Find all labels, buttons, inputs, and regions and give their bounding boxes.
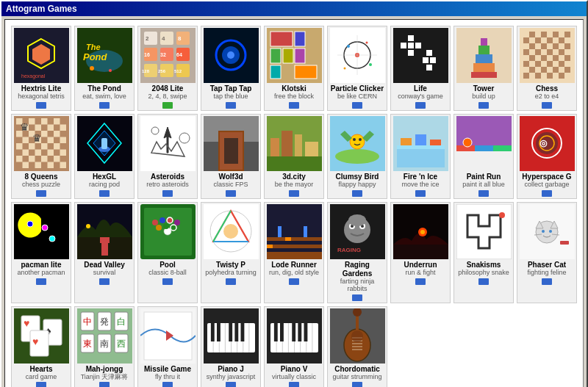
svg-rect-62 <box>473 63 495 72</box>
svg-text:南: 南 <box>100 339 109 349</box>
game-thumb-clumsy <box>330 116 385 171</box>
svg-rect-65 <box>481 38 487 46</box>
svg-rect-283 <box>292 323 295 341</box>
svg-rect-84 <box>529 55 535 61</box>
game-card-pianob[interactable]: Piano Vvirtually classic <box>264 306 324 387</box>
svg-text:The: The <box>86 43 101 51</box>
game-card-chord[interactable]: Chordomaticguitar strumming <box>327 306 387 387</box>
game-card-pacman[interactable]: pacman liteanother pacman <box>11 202 71 303</box>
game-card-firenice[interactable]: Fire 'n Icemove the ice <box>390 114 451 199</box>
game-thumb-taptap <box>204 28 259 83</box>
game-card-hypspace[interactable]: ◎Hyperspace Gcollect garbage <box>517 114 577 199</box>
svg-text:2: 2 <box>146 35 149 42</box>
svg-point-231 <box>549 230 552 233</box>
game-thumb-hextris: hexagonal <box>14 28 69 83</box>
svg-point-49 <box>343 68 345 70</box>
game-subtitle-hearts: card game <box>26 374 57 381</box>
svg-text:256: 256 <box>158 69 166 73</box>
game-badge-klotski <box>289 102 299 109</box>
svg-point-8 <box>90 66 94 70</box>
svg-text:Pond: Pond <box>83 51 108 62</box>
game-card-particle[interactable]: Particle Clickerbe like CERN <box>327 26 387 111</box>
game-badge-tower <box>478 102 489 109</box>
svg-rect-285 <box>304 323 307 341</box>
game-card-pianoj[interactable]: Piano Jsynthy javascript <box>201 306 261 387</box>
game-card-taptap[interactable]: Tap Tap Taptap the blue <box>201 26 261 111</box>
svg-rect-139 <box>101 138 107 149</box>
svg-rect-77 <box>541 43 547 49</box>
svg-rect-204 <box>267 252 322 259</box>
svg-rect-94 <box>553 67 559 73</box>
game-subtitle-paintrun: paint it all blue <box>462 181 505 189</box>
game-card-twisty[interactable]: Twisty Ppolyhedra turning <box>201 202 261 303</box>
game-card-mahjongg[interactable]: 中発白東南西Mah-jonggTianjin 天津麻将 <box>74 306 135 387</box>
game-card-phasercat[interactable]: Phaser Catfighting feline <box>517 202 577 303</box>
content-area: hexagonalHextris Litehexagonal tetrisThe… <box>4 19 584 387</box>
title-bar: Attogram Games <box>1 1 587 16</box>
svg-rect-103 <box>41 118 48 125</box>
game-card-tower[interactable]: Towerbuild up <box>453 26 514 111</box>
svg-rect-53 <box>415 43 421 48</box>
svg-text:hexagonal: hexagonal <box>21 73 46 79</box>
game-card-life[interactable]: Lifeconway's game <box>390 26 451 111</box>
game-thumb-mahjongg: 中発白東南西 <box>77 308 132 364</box>
game-badge-underrun <box>415 278 426 285</box>
game-card-asteroids[interactable]: Asteroidsretro asteroids <box>137 114 198 199</box>
svg-rect-82 <box>547 49 553 55</box>
game-card-raging[interactable]: RAGINGRaging Gardensfarting ninja rabbit… <box>327 202 387 303</box>
game-card-hextris[interactable]: hexagonalHextris Litehexagonal tetris <box>11 26 71 111</box>
svg-rect-50 <box>393 28 448 83</box>
game-subtitle-firenice: move the ice <box>401 181 439 189</box>
game-card-chess[interactable]: Chesse2 to e4 <box>517 26 577 111</box>
game-subtitle-hexgl: racing pod <box>89 181 120 189</box>
game-thumb-missile <box>140 308 196 364</box>
svg-rect-116 <box>60 137 66 143</box>
game-badge-paintrun <box>478 190 489 197</box>
game-card-pond[interactable]: ThePondThe Pondeat, swim, love <box>74 26 135 111</box>
game-card-klotski[interactable]: Klotskifree the block <box>264 26 324 111</box>
game-badge-lode <box>289 278 299 285</box>
svg-point-9 <box>109 69 112 72</box>
game-title-underrun: Underrun <box>404 261 437 270</box>
game-badge-asteroids <box>162 190 173 197</box>
game-card-clumsy[interactable]: Clumsy Birdflappy happy <box>327 114 387 199</box>
game-card-pool[interactable]: Poolclassic 8-ball <box>137 202 198 303</box>
svg-rect-37 <box>283 48 293 63</box>
game-badge-pianoj <box>226 382 236 387</box>
game-card-hexgl[interactable]: HexGLracing pod <box>74 114 135 199</box>
game-thumb-chord <box>330 308 385 364</box>
svg-rect-88 <box>523 61 529 67</box>
svg-rect-85 <box>541 55 547 61</box>
svg-point-175 <box>463 138 472 147</box>
svg-rect-86 <box>553 55 559 61</box>
game-thumb-chess <box>520 28 575 83</box>
svg-point-159 <box>350 134 365 149</box>
game-card-deadvalley[interactable]: Dead Valleysurvival <box>74 202 135 303</box>
game-card-paintrun[interactable]: Paint Runpaint it all blue <box>453 114 514 199</box>
game-thumb-pond: ThePond <box>77 28 132 83</box>
svg-point-193 <box>152 220 158 225</box>
svg-text:♥: ♥ <box>24 317 29 329</box>
svg-point-184 <box>49 236 55 242</box>
game-card-2048[interactable]: 2481632641282565122048 Lite2, 4, 8, swip… <box>137 26 198 111</box>
game-card-underrun[interactable]: Underrunrun & fight <box>390 202 451 303</box>
svg-rect-72 <box>523 37 529 43</box>
svg-rect-106 <box>35 124 41 131</box>
game-card-missile[interactable]: Missile Gamefly thru it <box>137 306 198 387</box>
game-card-hearts[interactable]: ♥♠♥Heartscard game <box>11 306 71 387</box>
game-badge-mahjongg <box>99 382 110 387</box>
game-thumb-snakisms <box>456 204 512 259</box>
svg-point-217 <box>348 214 366 226</box>
game-thumb-lode <box>267 204 322 259</box>
game-card-8queens[interactable]: ♛♛8 Queenschess puzzle <box>11 114 71 199</box>
game-card-3dcity[interactable]: 3d.citybe the mayor <box>264 114 324 199</box>
svg-rect-119 <box>41 143 48 150</box>
game-card-wolf3d[interactable]: Wolf3dclassic FPS <box>201 114 261 199</box>
svg-point-158 <box>335 149 379 164</box>
svg-rect-234 <box>560 241 569 245</box>
svg-rect-79 <box>564 43 570 49</box>
svg-rect-205 <box>267 245 322 248</box>
game-card-lode[interactable]: Lode Runnerrun, dig, old style <box>264 202 324 303</box>
game-card-snakisms[interactable]: Snakismsphilosophy snake <box>453 202 514 303</box>
game-badge-3dcity <box>289 190 299 197</box>
